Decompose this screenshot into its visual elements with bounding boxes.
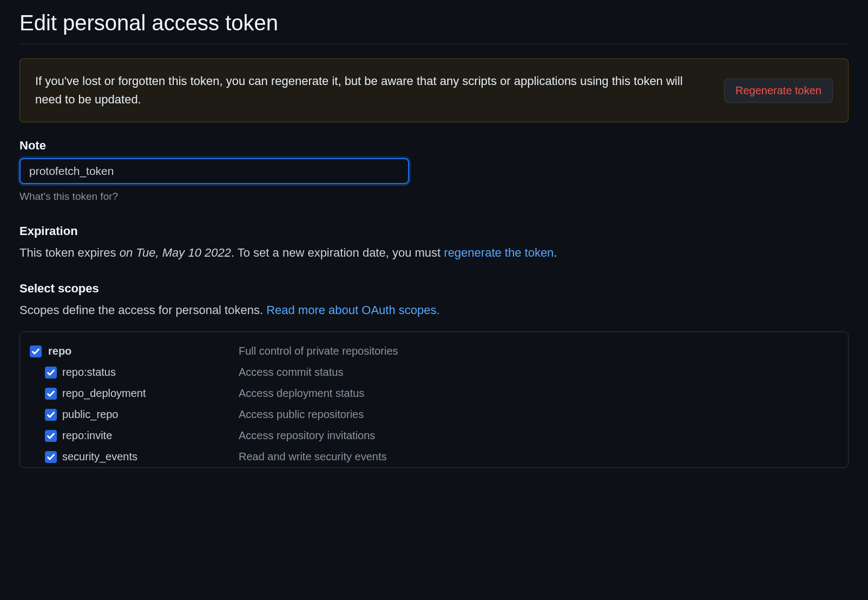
expiration-prefix: This token expires [19,246,120,259]
scope-checkbox[interactable] [45,388,57,400]
scope-row: repo_deploymentAccess deployment status [30,383,838,404]
scope-checkbox[interactable] [45,451,57,463]
checkbox-wrap [30,367,62,379]
scope-row: repo:inviteAccess repository invitations [30,425,838,446]
scopes-label: Select scopes [19,282,849,296]
scope-description: Full control of private repositories [239,345,398,357]
expiration-mid: . To set a new expiration date, you must [231,246,444,259]
expiration-date: on Tue, May 10 2022 [120,246,231,259]
checkbox-wrap [30,451,62,463]
note-label: Note [19,139,849,153]
scope-name: repo:status [62,366,239,379]
scope-description: Access public repositories [239,408,364,421]
checkbox-wrap [30,409,62,421]
scope-row: public_repoAccess public repositories [30,404,838,425]
scope-checkbox[interactable] [45,430,57,442]
scope-checkbox[interactable] [45,409,57,421]
scope-description: Read and write security events [239,451,386,463]
page-title: Edit personal access token [19,11,849,44]
scope-name: security_events [62,451,239,463]
scopes-section: Select scopes Scopes define the access f… [19,282,849,468]
scopes-desc-text: Scopes define the access for personal to… [19,303,266,317]
checkbox-wrap [30,388,62,400]
regenerate-token-button[interactable]: Regenerate token [724,79,833,103]
scope-name: repo_deployment [62,387,239,400]
regenerate-token-link[interactable]: regenerate the token [444,246,554,259]
checkbox-wrap [30,430,62,442]
expiration-text: This token expires on Tue, May 10 2022. … [19,246,849,260]
scope-row: repoFull control of private repositories [30,341,838,362]
scope-checkbox[interactable] [30,345,42,357]
scope-name: repo [48,345,239,357]
scope-description: Access repository invitations [239,429,375,442]
checkbox-wrap [30,345,48,357]
note-hint: What's this token for? [19,191,849,203]
note-input[interactable] [19,158,409,184]
warning-text: If you've lost or forgotten this token, … [35,72,711,109]
note-section: Note What's this token for? [19,139,849,203]
scope-description: Access deployment status [239,387,364,400]
scope-checkbox[interactable] [45,367,57,379]
expiration-suffix: . [554,246,557,259]
scope-name: public_repo [62,408,239,421]
scopes-description: Scopes define the access for personal to… [19,303,849,317]
scope-row: repo:statusAccess commit status [30,362,838,383]
scope-name: repo:invite [62,429,239,442]
scopes-table: repoFull control of private repositories… [19,331,849,468]
oauth-scopes-link[interactable]: Read more about OAuth scopes. [266,303,439,317]
expiration-label: Expiration [19,224,849,238]
scope-row: security_eventsRead and write security e… [30,446,838,467]
expiration-section: Expiration This token expires on Tue, Ma… [19,224,849,260]
warning-banner: If you've lost or forgotten this token, … [19,58,849,122]
scope-description: Access commit status [239,366,343,379]
